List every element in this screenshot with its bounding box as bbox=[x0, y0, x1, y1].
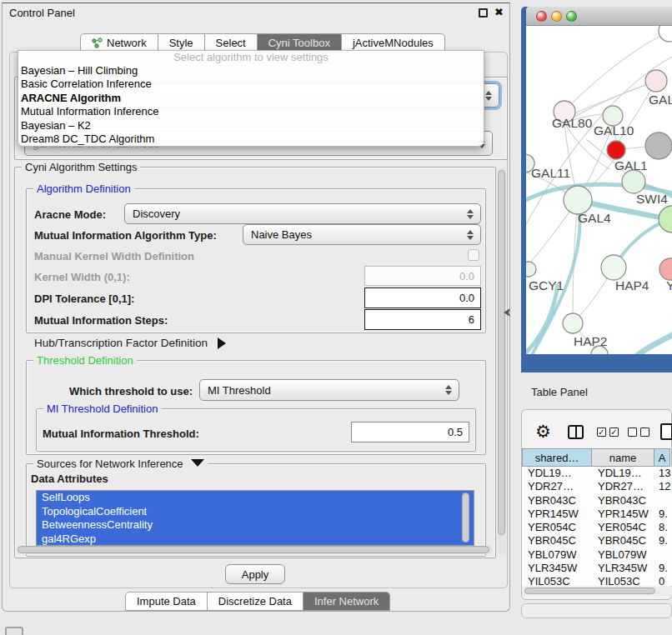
table-hscrollbar-track[interactable] bbox=[522, 587, 672, 596]
collapsed-panel-icon[interactable] bbox=[5, 627, 23, 635]
which-threshold-combobox[interactable]: MI Threshold bbox=[199, 379, 459, 401]
network-node[interactable] bbox=[645, 132, 672, 159]
table-column-header[interactable]: A bbox=[654, 448, 670, 467]
table-row[interactable]: YBR045CYBR045C9. bbox=[522, 534, 672, 548]
unchecked-boxes-icon[interactable] bbox=[628, 428, 649, 437]
dropdown-item[interactable]: ARACNE Algorithm bbox=[18, 92, 484, 105]
bottom-tab-discretize-data[interactable]: Discretize Data bbox=[207, 592, 303, 611]
dropdown-item[interactable]: Mutual Information Inference bbox=[18, 105, 484, 118]
table-cell: YBR043C bbox=[528, 494, 576, 508]
network-node[interactable] bbox=[659, 26, 672, 42]
mi-threshold-definition-title: MI Threshold Definition bbox=[43, 402, 161, 415]
mi-type-label: Mutual Information Algorithm Type: bbox=[34, 229, 217, 242]
table-cell: YER054C bbox=[528, 521, 576, 534]
table-row[interactable]: YPR145WYPR145W9. bbox=[522, 508, 672, 521]
attribute-list-item[interactable]: TopologicalCoefficient bbox=[37, 505, 474, 519]
document-icon[interactable] bbox=[660, 423, 672, 440]
network-node[interactable] bbox=[622, 170, 645, 193]
network-canvas[interactable]: GALGAL80GAL10GAL1GAL11SWI4GAL4GCY1HAP4YH… bbox=[526, 26, 672, 354]
split-columns-icon[interactable] bbox=[568, 425, 584, 439]
network-node[interactable] bbox=[659, 258, 672, 280]
table-cell: YBL079W bbox=[598, 548, 647, 562]
threshold-definition-title: Threshold Definition bbox=[33, 354, 137, 367]
chevron-down-icon bbox=[191, 459, 204, 467]
table-cell: YBR045C bbox=[528, 534, 576, 548]
network-node[interactable] bbox=[659, 206, 672, 232]
list-scrollbar-thumb[interactable] bbox=[462, 492, 469, 542]
sources-title: Sources for Network Inference bbox=[37, 458, 183, 470]
table-cell: 0 bbox=[659, 575, 664, 586]
table-cell: YDL19… bbox=[528, 467, 572, 480]
table-row[interactable]: YDR27…YDR27…12 bbox=[522, 480, 672, 493]
kernel-width-label: Kernel Width (0,1): bbox=[34, 271, 130, 283]
network-node[interactable] bbox=[526, 262, 536, 277]
mi-threshold-field[interactable]: 0.5 bbox=[351, 422, 469, 442]
dpi-tolerance-label: DPI Tolerance [0,1]: bbox=[34, 292, 134, 305]
table-cell: YIL053C bbox=[598, 575, 640, 586]
dropdown-item[interactable]: Bayesian – K2 bbox=[18, 119, 484, 132]
network-node[interactable] bbox=[563, 313, 583, 333]
network-icon bbox=[92, 38, 103, 48]
aracne-mode-combobox[interactable]: Discovery bbox=[124, 203, 481, 224]
table-row[interactable]: YER054CYER054C8. bbox=[522, 521, 672, 534]
table-column-header[interactable]: shared… bbox=[522, 448, 592, 467]
attribute-list-item[interactable]: SelfLoops bbox=[37, 491, 474, 505]
mi-steps-field[interactable]: 6 bbox=[364, 309, 481, 330]
close-light[interactable] bbox=[536, 11, 547, 22]
kernel-width-field[interactable]: 0.0 bbox=[364, 266, 481, 286]
float-window-icon[interactable] bbox=[479, 8, 488, 18]
manual-kernel-checkbox[interactable] bbox=[468, 249, 479, 261]
network-node-label: GCY1 bbox=[529, 278, 564, 292]
table-row[interactable]: YBL079WYBL079W bbox=[522, 548, 672, 562]
table-cell: YER054C bbox=[598, 521, 646, 534]
network-node-label: GAL80 bbox=[552, 116, 593, 130]
bottom-tab-infer-network[interactable]: Infer Network bbox=[303, 592, 390, 611]
table-row[interactable]: YBR043CYBR043C bbox=[522, 494, 672, 508]
table-cell: 9. bbox=[659, 508, 668, 521]
network-node[interactable] bbox=[601, 255, 626, 280]
mi-type-combobox[interactable]: Naive Bayes bbox=[243, 224, 481, 245]
network-node-label: HAP4 bbox=[615, 278, 649, 292]
algorithm-dropdown-popup: Select algorithm to view settings Bayesi… bbox=[18, 50, 484, 147]
table-toolbar: ⚙✓✓ bbox=[521, 421, 672, 444]
gear-icon[interactable]: ⚙ bbox=[535, 422, 551, 441]
apply-button[interactable]: Apply bbox=[225, 564, 285, 584]
network-edge-strong bbox=[633, 332, 672, 354]
table-hscrollbar-thumb[interactable] bbox=[524, 588, 655, 594]
zoom-light[interactable] bbox=[566, 11, 577, 22]
network-node[interactable] bbox=[607, 141, 625, 159]
dropdown-item[interactable]: Dream8 DC_TDC Algorithm bbox=[18, 132, 484, 146]
checked-boxes-icon[interactable]: ✓✓ bbox=[597, 428, 619, 437]
which-threshold-label: Which threshold to use: bbox=[69, 385, 193, 398]
bottom-tab-bar: Impute DataDiscretize DataInfer Network bbox=[125, 592, 390, 611]
settings-hscrollbar-thumb[interactable] bbox=[18, 546, 489, 553]
table-cell: 9. bbox=[659, 562, 668, 575]
table-cell: YPR145W bbox=[528, 508, 579, 521]
table-row[interactable]: YIL053CYIL053C0 bbox=[522, 575, 672, 586]
table-column-header[interactable]: name bbox=[591, 448, 654, 467]
combobox-stepper-icon bbox=[445, 385, 452, 395]
attribute-list-item[interactable]: gal4RGexp bbox=[37, 532, 474, 546]
sources-expander[interactable]: Sources for Network Inference bbox=[33, 458, 208, 470]
tab-label: Cyni Toolbox bbox=[268, 34, 330, 52]
network-node[interactable] bbox=[564, 186, 592, 214]
dropdown-item[interactable]: Bayesian – Hill Climbing bbox=[18, 64, 484, 78]
data-attributes-list: SelfLoopsTopologicalCoefficientBetweenne… bbox=[36, 490, 474, 546]
network-node[interactable] bbox=[645, 70, 667, 92]
table-cell: YDR27… bbox=[598, 480, 644, 493]
settings-hscrollbar-track[interactable] bbox=[16, 546, 493, 554]
bottom-tab-impute-data[interactable]: Impute Data bbox=[125, 592, 208, 611]
settings-vscrollbar-track[interactable] bbox=[498, 168, 506, 555]
table-row[interactable]: YDL19…YDL19…13 bbox=[522, 467, 672, 480]
network-window-titlebar[interactable] bbox=[526, 7, 672, 26]
dpi-tolerance-field[interactable]: 0.0 bbox=[364, 288, 481, 308]
close-icon[interactable]: ✖ bbox=[494, 6, 504, 18]
settings-vscrollbar-thumb[interactable] bbox=[498, 170, 505, 535]
tab-label: Network bbox=[107, 34, 147, 52]
attribute-list-item[interactable]: BetweennessCentrality bbox=[37, 518, 474, 532]
table-row[interactable]: YLR345WYLR345W9. bbox=[522, 562, 672, 575]
table-body: YDL19…YDL19…13YDR27…YDR27…12YBR043CYBR04… bbox=[522, 467, 672, 586]
minimize-light[interactable] bbox=[551, 11, 562, 22]
hub-definition-expander[interactable]: Hub/Transcription Factor Definition bbox=[34, 337, 226, 349]
dropdown-item[interactable]: Basic Correlation Inference bbox=[18, 78, 484, 91]
